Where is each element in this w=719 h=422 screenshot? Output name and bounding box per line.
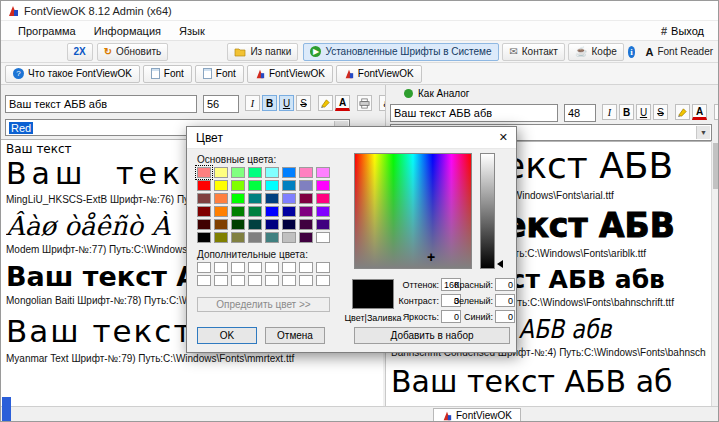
italic-button[interactable]: I — [245, 95, 260, 111]
color-swatch[interactable] — [299, 206, 313, 217]
color-swatch[interactable] — [265, 193, 279, 204]
color-swatch[interactable] — [316, 167, 330, 178]
color-swatch[interactable] — [214, 193, 228, 204]
cancel-button[interactable]: Отмена — [265, 327, 325, 344]
color-swatch[interactable] — [282, 167, 296, 178]
color-swatch[interactable] — [299, 232, 313, 243]
font-size-input-left[interactable] — [203, 95, 239, 113]
color-swatch[interactable] — [316, 206, 330, 217]
color-swatch[interactable] — [265, 219, 279, 230]
chevron-down-icon[interactable]: ▼ — [696, 126, 710, 139]
statusbar-app-tab[interactable]: FontViewOK — [433, 408, 521, 422]
print-button[interactable] — [357, 95, 372, 111]
color-swatch[interactable] — [214, 262, 228, 273]
color-swatch[interactable] — [248, 275, 262, 286]
color-swatch[interactable] — [231, 167, 245, 178]
contact-button[interactable]: ✉ Контакт — [502, 43, 564, 61]
color-swatch[interactable] — [248, 193, 262, 204]
color-swatch[interactable] — [231, 275, 245, 286]
color-swatch[interactable] — [265, 232, 279, 243]
color-swatch[interactable] — [282, 275, 296, 286]
color-swatch[interactable] — [214, 206, 228, 217]
exit-button[interactable]: # Выход — [653, 23, 712, 39]
tab-fontviewok-2[interactable]: FontViewOK — [336, 65, 422, 83]
font-reader-button[interactable]: A Font Reader — [638, 43, 719, 61]
refresh-button[interactable]: ↻ Обновить — [97, 43, 169, 61]
scrollbar-thumb[interactable] — [713, 143, 719, 189]
color-crosshair[interactable]: + — [427, 251, 435, 263]
color-swatch[interactable] — [299, 167, 313, 178]
color-swatch[interactable] — [197, 232, 211, 243]
color-swatch[interactable] — [316, 262, 330, 273]
strikethrough-button[interactable]: S — [653, 104, 668, 120]
installed-fonts-button[interactable]: ▶ Установленные Шрифты в Системе — [303, 43, 498, 61]
color-swatch[interactable] — [265, 167, 279, 178]
info-icon[interactable]: i — [628, 46, 636, 58]
color-swatch[interactable] — [231, 262, 245, 273]
add-to-custom-colors-button[interactable]: Добавить в набор — [354, 327, 510, 344]
color-swatch[interactable] — [231, 232, 245, 243]
color-swatch[interactable] — [299, 262, 313, 273]
bold-button[interactable]: B — [619, 104, 634, 120]
dialog-title-bar[interactable]: Цвет ✕ — [187, 127, 516, 149]
tab-font-2[interactable]: Font — [195, 65, 244, 83]
color-swatch[interactable] — [316, 193, 330, 204]
color-swatch[interactable] — [214, 219, 228, 230]
bold-button[interactable]: B — [262, 95, 277, 111]
color-swatch[interactable] — [214, 180, 228, 191]
sample-text-input-left[interactable] — [5, 95, 197, 113]
color-swatch[interactable] — [299, 219, 313, 230]
zoom-2x-button[interactable]: 2X — [67, 43, 93, 61]
color-swatch[interactable] — [316, 275, 330, 286]
green-value[interactable]: 0 — [495, 294, 515, 307]
ok-button[interactable]: OK — [197, 327, 257, 344]
underline-button[interactable]: U — [636, 104, 651, 120]
color-swatch[interactable] — [197, 219, 211, 230]
red-value[interactable]: 0 — [495, 278, 515, 291]
define-custom-colors-button[interactable]: Определить цвет >> — [197, 297, 330, 312]
strikethrough-button[interactable]: S — [296, 95, 311, 111]
color-swatch[interactable] — [265, 206, 279, 217]
font-color-button[interactable]: A — [335, 95, 350, 111]
color-swatch[interactable] — [265, 180, 279, 191]
hue-saturation-field[interactable] — [354, 153, 472, 269]
highlighter-button[interactable] — [318, 95, 333, 111]
color-swatch[interactable] — [316, 180, 330, 191]
color-swatch[interactable] — [197, 167, 211, 178]
vertical-scrollbar[interactable] — [711, 141, 719, 406]
luminance-marker-icon[interactable] — [497, 260, 503, 268]
color-swatch[interactable] — [248, 180, 262, 191]
color-swatch[interactable] — [299, 193, 313, 204]
coffee-button[interactable]: ☕ Кофе — [568, 43, 624, 61]
color-swatch[interactable] — [248, 232, 262, 243]
color-swatch[interactable] — [282, 262, 296, 273]
color-swatch[interactable] — [197, 262, 211, 273]
menu-language[interactable]: Язык — [170, 23, 214, 39]
highlighter-button[interactable] — [675, 104, 690, 120]
tab-font-1[interactable]: Font — [143, 65, 192, 83]
menu-program[interactable]: Программа — [9, 23, 85, 39]
color-swatch[interactable] — [248, 262, 262, 273]
italic-button[interactable]: I — [602, 104, 617, 120]
close-icon[interactable]: ✕ — [499, 131, 508, 144]
color-swatch[interactable] — [282, 180, 296, 191]
color-swatch[interactable] — [197, 180, 211, 191]
color-swatch[interactable] — [214, 167, 228, 178]
color-swatch[interactable] — [282, 219, 296, 230]
color-swatch[interactable] — [248, 219, 262, 230]
menu-information[interactable]: Информация — [85, 23, 170, 39]
font-preview[interactable]: Ваш текст АБВ аб — [391, 363, 706, 401]
tab-fontviewok-1[interactable]: FontViewOK — [247, 65, 333, 83]
font-size-input-right[interactable] — [564, 104, 596, 122]
font-info-button[interactable]: a? — [714, 104, 719, 120]
color-swatch[interactable] — [299, 275, 313, 286]
color-swatch[interactable] — [231, 206, 245, 217]
underline-button[interactable]: U — [279, 95, 294, 111]
luminance-strip[interactable] — [480, 153, 495, 269]
color-swatch[interactable] — [197, 193, 211, 204]
color-swatch[interactable] — [214, 275, 228, 286]
color-swatch[interactable] — [248, 167, 262, 178]
color-swatch[interactable] — [265, 262, 279, 273]
color-swatch[interactable] — [282, 232, 296, 243]
color-swatch[interactable] — [316, 232, 330, 243]
